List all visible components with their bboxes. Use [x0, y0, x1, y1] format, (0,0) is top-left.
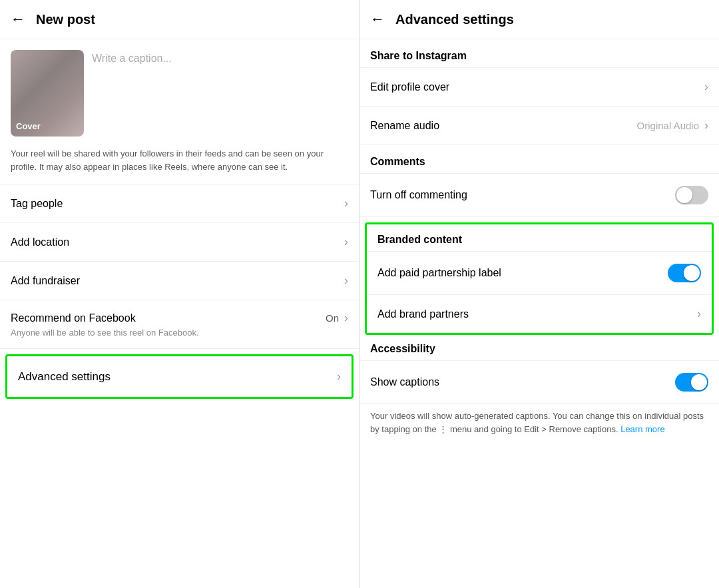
- captions-description: Your videos will show auto-generated cap…: [360, 404, 719, 446]
- accessibility-section-header: Accessibility: [360, 340, 719, 361]
- post-compose-area: Cover Write a caption...: [0, 39, 359, 147]
- left-back-arrow[interactable]: ←: [11, 11, 25, 28]
- rename-audio-item[interactable]: Rename audio Original Audio ›: [360, 107, 719, 145]
- advanced-settings-item[interactable]: Advanced settings ›: [5, 354, 354, 399]
- edit-profile-cover-item[interactable]: Edit profile cover ›: [360, 68, 719, 107]
- show-captions-item[interactable]: Show captions: [360, 361, 719, 404]
- branded-content-box: Branded content Add paid partnership lab…: [365, 222, 714, 335]
- video-thumbnail: Cover: [11, 50, 84, 137]
- advanced-settings-label: Advanced settings: [18, 370, 111, 384]
- left-panel: ← New post Cover Write a caption... Your…: [0, 0, 360, 588]
- tag-people-item[interactable]: Tag people ›: [0, 184, 359, 223]
- recommend-facebook-sub: Anyone will be able to see this reel on …: [11, 328, 348, 338]
- rename-audio-value: Original Audio: [637, 120, 699, 131]
- tag-people-chevron: ›: [344, 196, 348, 210]
- recommend-facebook-label: Recommend on Facebook: [11, 312, 136, 324]
- branded-content-header: Branded content: [367, 224, 712, 252]
- recommend-facebook-on: On: [326, 312, 339, 324]
- recommend-facebook-chevron: ›: [344, 311, 348, 325]
- add-fundraiser-item[interactable]: Add fundraiser ›: [0, 262, 359, 300]
- left-header-title: New post: [36, 12, 95, 27]
- add-brand-partners-chevron: ›: [697, 307, 701, 321]
- right-header-title: Advanced settings: [395, 12, 514, 27]
- comments-section-header: Comments: [360, 145, 719, 174]
- paid-partnership-toggle[interactable]: [668, 264, 701, 282]
- add-location-chevron: ›: [344, 235, 348, 249]
- share-to-instagram-header: Share to Instagram: [360, 39, 719, 68]
- add-fundraiser-label: Add fundraiser: [11, 275, 80, 287]
- edit-profile-cover-label: Edit profile cover: [370, 81, 449, 93]
- turn-off-commenting-item[interactable]: Turn off commenting: [360, 174, 719, 217]
- show-captions-label: Show captions: [370, 376, 439, 388]
- reel-description: Your reel will be shared with your follo…: [0, 147, 359, 184]
- right-back-arrow[interactable]: ←: [370, 11, 385, 28]
- add-paid-partnership-item[interactable]: Add paid partnership label: [367, 252, 712, 295]
- show-captions-toggle-knob: [691, 374, 707, 390]
- turn-off-commenting-toggle[interactable]: [675, 186, 708, 204]
- learn-more-link[interactable]: Learn more: [620, 424, 664, 434]
- paid-partnership-toggle-knob: [684, 265, 700, 281]
- advanced-settings-chevron: ›: [337, 370, 341, 384]
- add-brand-partners-item[interactable]: Add brand partners ›: [367, 295, 712, 333]
- recommend-facebook-item[interactable]: Recommend on Facebook On › Anyone will b…: [0, 300, 359, 349]
- right-header: ← Advanced settings: [360, 0, 719, 39]
- tag-people-label: Tag people: [11, 198, 63, 210]
- add-brand-partners-label: Add brand partners: [377, 308, 469, 320]
- rename-audio-chevron: ›: [704, 119, 708, 133]
- edit-profile-cover-right: ›: [704, 80, 708, 94]
- turn-off-commenting-label: Turn off commenting: [370, 189, 467, 201]
- add-location-label: Add location: [11, 236, 69, 248]
- caption-placeholder[interactable]: Write a caption...: [92, 50, 172, 65]
- add-paid-partnership-label: Add paid partnership label: [377, 267, 501, 279]
- thumbnail-cover-label: Cover: [16, 121, 41, 131]
- show-captions-toggle[interactable]: [675, 373, 708, 392]
- edit-profile-cover-chevron: ›: [704, 80, 708, 94]
- toggle-knob: [676, 187, 692, 203]
- left-header: ← New post: [0, 0, 359, 39]
- add-location-item[interactable]: Add location ›: [0, 223, 359, 262]
- right-panel: ← Advanced settings Share to Instagram E…: [360, 0, 719, 588]
- rename-audio-right: Original Audio ›: [637, 119, 708, 133]
- rename-audio-label: Rename audio: [370, 120, 439, 132]
- add-fundraiser-chevron: ›: [344, 274, 348, 288]
